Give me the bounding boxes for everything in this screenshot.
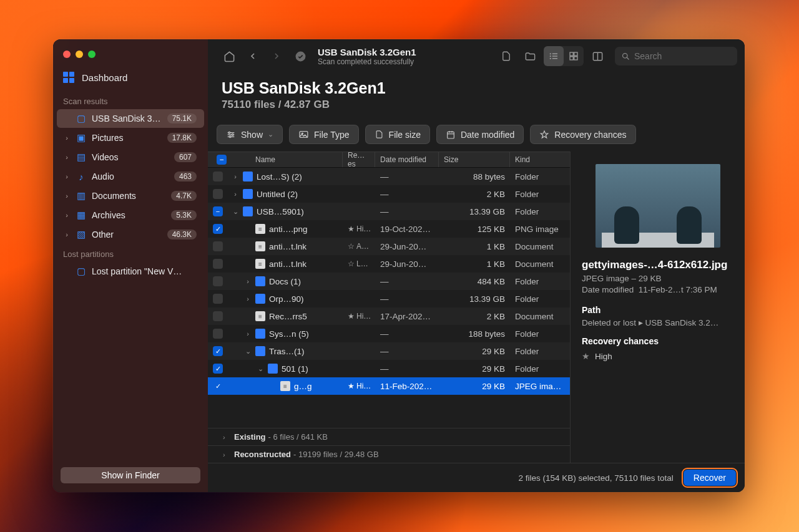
folder-icon bbox=[243, 189, 253, 199]
table-row[interactable]: › Untitled (2) — 2 KB Folder bbox=[208, 185, 570, 203]
row-checkbox[interactable]: ✓ bbox=[213, 381, 223, 391]
sidebar-item-lost-partition[interactable]: ▢ Lost partition "New V… bbox=[57, 262, 204, 281]
search-input[interactable] bbox=[634, 51, 731, 61]
row-checkbox[interactable] bbox=[213, 329, 223, 339]
sidebar-item-audio[interactable]: › ♪ Audio 463 bbox=[57, 167, 204, 186]
table-row[interactable]: › Sys…n (5) — 188 bytes Folder bbox=[208, 325, 570, 342]
show-filter-button[interactable]: Show⌄ bbox=[217, 125, 283, 144]
disclosure-icon[interactable]: ⌄ bbox=[232, 208, 239, 216]
sidebar-item-pictures[interactable]: › ▣ Pictures 17.8K bbox=[57, 128, 204, 147]
row-checkbox[interactable]: ✓ bbox=[213, 346, 223, 356]
table-header: − Name Re…es Date modified Size Kind bbox=[208, 152, 570, 168]
disclosure-icon[interactable]: › bbox=[244, 295, 252, 302]
file-table: − Name Re…es Date modified Size Kind › L… bbox=[208, 152, 570, 463]
search-box[interactable] bbox=[615, 47, 737, 65]
filesize-filter-button[interactable]: File size bbox=[365, 125, 430, 144]
list-view-button[interactable] bbox=[544, 46, 564, 66]
home-button[interactable] bbox=[219, 46, 239, 66]
sidebar-item-documents[interactable]: › ▥ Documents 4.7K bbox=[57, 186, 204, 205]
folder-icon bbox=[268, 364, 278, 374]
table-row[interactable]: ✓ ≡ anti….png ★Hi… 19-Oct-202… 125 KB PN… bbox=[208, 220, 570, 238]
row-size: 88 bytes bbox=[439, 172, 510, 181]
svg-line-14 bbox=[627, 57, 629, 59]
row-kind: Folder bbox=[510, 172, 570, 181]
row-checkbox[interactable] bbox=[213, 294, 223, 304]
lost-partition-label: Lost partition "New V… bbox=[92, 266, 197, 276]
summary-row[interactable]: ›Existing - 6 files / 641 KB bbox=[208, 428, 570, 445]
svg-point-18 bbox=[228, 132, 230, 133]
disclosure-icon[interactable]: › bbox=[244, 330, 252, 337]
back-button[interactable] bbox=[243, 46, 263, 66]
row-checkbox[interactable] bbox=[213, 189, 223, 199]
row-checkbox[interactable]: − bbox=[213, 206, 223, 216]
sidebar-item-usb-sandisk-3-[interactable]: ▢ USB SanDisk 3.… 75.1K bbox=[57, 109, 204, 128]
row-kind: Folder bbox=[510, 329, 570, 339]
forward-button[interactable] bbox=[267, 46, 287, 66]
column-name[interactable]: Name bbox=[227, 152, 343, 167]
preview-thumbnail bbox=[596, 164, 720, 248]
recover-button[interactable]: Recover bbox=[684, 470, 736, 486]
sidebar-item-other[interactable]: › ▧ Other 46.3K bbox=[57, 225, 204, 244]
table-row[interactable]: › Lost…S) (2) — 88 bytes Folder bbox=[208, 168, 570, 185]
maximize-window-button[interactable] bbox=[88, 51, 96, 58]
row-checkbox[interactable]: ✓ bbox=[213, 224, 223, 234]
disclosure-icon[interactable]: › bbox=[232, 173, 239, 180]
column-kind[interactable]: Kind bbox=[510, 152, 570, 167]
table-row[interactable]: ✓ ≡ g…g ★Hi… 11-Feb-202… 29 KB JPEG ima… bbox=[208, 377, 570, 395]
filetype-filter-button[interactable]: File Type bbox=[289, 125, 359, 144]
folder-view-button[interactable] bbox=[520, 46, 540, 66]
row-checkbox[interactable]: ✓ bbox=[213, 364, 223, 374]
disclosure-icon[interactable]: › bbox=[232, 190, 239, 198]
row-size: 29 KB bbox=[439, 382, 510, 391]
disclosure-icon[interactable]: ⌄ bbox=[244, 347, 252, 355]
sidebar-item-badge: 5.3K bbox=[171, 210, 197, 220]
show-in-finder-button[interactable]: Show in Finder bbox=[61, 467, 200, 483]
sliders-icon bbox=[226, 130, 236, 140]
disclosure-icon[interactable]: › bbox=[244, 278, 252, 285]
column-recovery[interactable]: Re…es bbox=[343, 152, 375, 167]
close-window-button[interactable] bbox=[63, 51, 71, 58]
disclosure-icon[interactable]: ⌄ bbox=[257, 365, 264, 373]
column-size[interactable]: Size bbox=[439, 152, 510, 167]
svg-point-1 bbox=[550, 53, 551, 54]
row-name: Lost…S) (2) bbox=[257, 172, 302, 181]
table-row[interactable]: › Docs (1) — 484 KB Folder bbox=[208, 273, 570, 290]
file-icon: ≡ bbox=[255, 241, 265, 251]
row-checkbox[interactable] bbox=[213, 241, 223, 251]
sidebar-toggle-button[interactable] bbox=[587, 46, 607, 66]
summary-row[interactable]: ›Reconstructed - 19199 files / 29.48 GB bbox=[208, 445, 570, 463]
table-row[interactable]: − ⌄ USB…5901) — 13.39 GB Folder bbox=[208, 203, 570, 220]
file-view-button[interactable] bbox=[496, 46, 516, 66]
row-date: 17-Apr-202… bbox=[375, 312, 439, 321]
table-row[interactable]: ≡ Rec…rrs5 ★Hi… 17-Apr-202… 2 KB Documen… bbox=[208, 307, 570, 325]
status-bar: 2 files (154 KB) selected, 75110 files t… bbox=[208, 463, 745, 492]
sidebar-item-videos[interactable]: › ▤ Videos 607 bbox=[57, 148, 204, 167]
sidebar-item-archives[interactable]: › ▦ Archives 5.3K bbox=[57, 206, 204, 225]
dashboard-link[interactable]: Dashboard bbox=[53, 67, 208, 92]
row-name: Sys…n (5) bbox=[269, 329, 309, 339]
minimize-window-button[interactable] bbox=[76, 51, 83, 58]
table-row[interactable]: ✓ ⌄ Tras…(1) — 29 KB Folder bbox=[208, 342, 570, 360]
column-date-modified[interactable]: Date modified bbox=[375, 152, 439, 167]
folder-icon bbox=[255, 346, 265, 356]
table-row[interactable]: ≡ anti…t.lnk ☆L… 29-Jun-20… 1 KB Documen… bbox=[208, 255, 570, 273]
datemod-filter-button[interactable]: Date modified bbox=[436, 125, 524, 144]
sidebar-item-badge: 17.8K bbox=[167, 133, 197, 143]
header-checkbox[interactable]: − bbox=[217, 155, 227, 165]
table-row[interactable]: › Orp…90) — 13.39 GB Folder bbox=[208, 290, 570, 307]
grid-view-button[interactable] bbox=[564, 46, 584, 66]
row-checkbox[interactable] bbox=[213, 172, 223, 181]
video-icon: ▤ bbox=[76, 152, 87, 163]
table-row[interactable]: ✓ ⌄ 501 (1) — 29 KB Folder bbox=[208, 360, 570, 377]
chevron-down-icon: ⌄ bbox=[268, 130, 273, 138]
folder-icon bbox=[255, 294, 265, 304]
table-row[interactable]: ≡ anti…t.lnk ☆A… 29-Jun-20… 1 KB Documen… bbox=[208, 238, 570, 255]
svg-point-13 bbox=[623, 53, 628, 58]
row-checkbox[interactable] bbox=[213, 311, 223, 321]
recchance-filter-button[interactable]: Recovery chances bbox=[530, 125, 635, 144]
drive-icon: ▢ bbox=[76, 266, 87, 277]
row-checkbox[interactable] bbox=[213, 259, 223, 269]
row-checkbox[interactable] bbox=[213, 276, 223, 286]
svg-rect-23 bbox=[448, 132, 454, 138]
archive-icon: ▦ bbox=[76, 210, 87, 221]
